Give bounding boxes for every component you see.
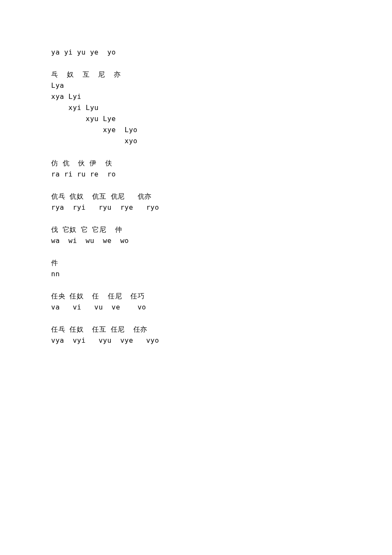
r-romaji-row: ra ri ru re ro [51,169,392,180]
w-romaji-row: wa wi wu we wo [51,235,392,246]
w-kana-row: 伐 它奴 它 它尼 仲 [51,224,392,235]
document-page: ya yi yu ye yo 乓 奴 互 尼 亦 Lya xya Lyi xyi… [0,0,392,346]
n-kana-row: 件 [51,257,392,269]
n-block: 件 nn [51,257,392,280]
ry-kana-row: 伉乓 伉奴 伉互 伉尼 伉亦 [51,191,392,202]
vy-kana-row: 任乓 任奴 任互 任尼 任亦 [51,324,392,335]
ly-stair-6: xyo [51,136,392,147]
ry-romaji-row: rya ryi ryu rye ryo [51,202,392,213]
r-block: 仿 伉 伙 伊 伕 ra ri ru re ro [51,158,392,180]
ry-block: 伉乓 伉奴 伉互 伉尼 伉亦 rya ryi ryu rye ryo [51,191,392,213]
ly-stair-2: xya Lyi [51,91,392,102]
vy-block: 任乓 任奴 任互 任尼 任亦 vya vyi vyu vye vyo [51,324,392,346]
vy-romaji-row: vya vyi vyu vye vyo [51,335,392,346]
ly-block: 乓 奴 互 尼 亦 Lya xya Lyi xyi Lyu xyu Lye xy… [51,69,392,147]
v-block: 任央 任奴 任 任尼 任巧 va vi vu ve vo [51,291,392,313]
ly-stair-5: xye Lyo [51,124,392,136]
v-kana-row: 任央 任奴 任 任尼 任巧 [51,291,392,302]
v-romaji-row: va vi vu ve vo [51,302,392,313]
ly-stair-3: xyi Lyu [51,102,392,113]
w-block: 伐 它奴 它 它尼 仲 wa wi wu we wo [51,224,392,246]
y-row-block: ya yi yu ye yo [51,47,392,58]
r-kana-row: 仿 伉 伙 伊 伕 [51,158,392,169]
ly-kana-row: 乓 奴 互 尼 亦 [51,69,392,80]
ly-stair-4: xyu Lye [51,113,392,124]
ly-stair-1: Lya [51,80,392,91]
n-romaji-row: nn [51,269,392,280]
y-romaji-row: ya yi yu ye yo [51,47,392,58]
